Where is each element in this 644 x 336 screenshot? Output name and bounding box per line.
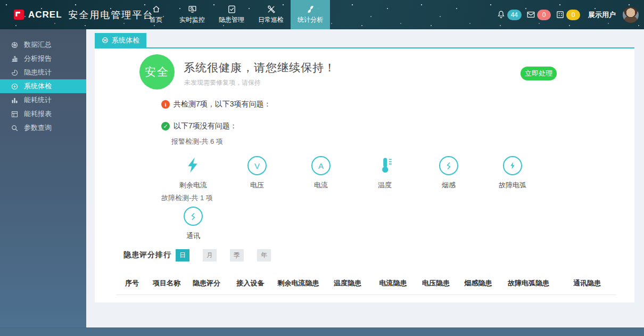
acrel-logo-icon — [14, 10, 24, 20]
sidebar-item-data-summary[interactable]: 数据汇总 — [0, 38, 86, 52]
fault-items-grid: 通讯 — [161, 207, 225, 241]
circle-v-icon: V — [247, 156, 267, 175]
report-table-icon — [11, 110, 19, 118]
checkup-item-temperature: 温度 — [353, 156, 417, 190]
alarm-bell-stat[interactable]: 44 — [497, 10, 522, 20]
main-content: 系统体检 安全 系统很健康，请您继续保持！ 未发现需要修复项，请保持 立即处理 … — [86, 29, 644, 327]
column-header: 剩余电流隐患 — [273, 278, 324, 288]
sidebar-item-label: 分析报告 — [24, 54, 52, 63]
checkup-item-label: 剩余电流 — [179, 181, 207, 190]
tab-label: 系统体检 — [112, 36, 139, 45]
sidebar-item-label: 参数查询 — [24, 123, 52, 133]
checkup-item-label: 温度 — [378, 181, 392, 190]
mail-icon — [526, 10, 535, 19]
ranking-table-header: 序号 项目名称 隐患评分 接入设备 剩余电流隐患 温度隐患 电流隐患 电压隐患 … — [116, 278, 616, 295]
comm-zigzag-icon — [184, 207, 203, 226]
bell-icon — [497, 10, 506, 19]
column-header: 电流隐患 — [371, 278, 415, 288]
problem-summary-row: i 共检测7项，以下3项有问题： — [161, 100, 271, 109]
checkup-card: 安全 系统很健康，请您继续保持！ 未发现需要修复项，请保持 立即处理 i 共检测… — [95, 48, 634, 302]
health-status-badge: 安全 — [139, 54, 175, 89]
period-quarter-button[interactable]: 季 — [230, 249, 244, 261]
ranking-title: 隐患评分排行 — [123, 250, 171, 260]
sidebar-item-label: 能耗报表 — [24, 109, 52, 119]
sidebar-item-hazard-statistics[interactable]: 隐患统计 — [0, 65, 86, 79]
user-avatar[interactable] — [623, 7, 639, 23]
sidebar-item-label: 数据汇总 — [24, 40, 52, 50]
checkup-item-label: 通讯 — [186, 231, 200, 241]
main-nav: 首页 实时监控 隐患管理 日常巡检 — [139, 0, 330, 29]
health-subtitle: 未发现需要修复项，请保持 — [184, 78, 261, 87]
arc-bolt-icon — [503, 156, 522, 175]
health-title: 系统很健康，请您继续保持！ — [184, 60, 336, 75]
top-navbar: ACREL 安全用电管理平台 首页 实时监控 隐患管理 — [0, 0, 644, 29]
ok-summary-text: 以下7项没有问题： — [174, 121, 237, 131]
period-month-button[interactable]: 月 — [203, 249, 217, 261]
message-count-badge[interactable]: 0 — [537, 10, 551, 20]
checkup-item-fault-arc: 故障电弧 — [481, 156, 544, 190]
smoke-zigzag-icon — [439, 156, 458, 175]
fault-group-label: 故障检测-共 1 项 — [161, 193, 213, 203]
nav-item-daily-inspection[interactable]: 日常巡检 — [251, 0, 291, 29]
nav-item-label: 首页 — [150, 15, 162, 24]
column-header: 温度隐患 — [324, 278, 371, 288]
period-selector: 日 月 季 年 — [176, 249, 271, 261]
checkup-item-label: 烟感 — [442, 181, 456, 190]
sidebar-item-label: 系统体检 — [24, 81, 52, 91]
tab-strip: 系统体检 — [95, 33, 634, 48]
checkup-icon — [102, 37, 109, 44]
todo-count-badge[interactable]: 0 — [566, 10, 580, 20]
nav-item-label: 日常巡检 — [258, 15, 284, 24]
message-stat[interactable]: 0 — [526, 10, 551, 20]
sidebar-item-label: 隐患统计 — [24, 68, 52, 77]
pinwheel-icon — [306, 5, 315, 14]
sidebar-item-parameter-query[interactable]: 参数查询 — [0, 121, 86, 135]
sidebar-item-system-checkup[interactable]: 系统体检 — [0, 79, 86, 93]
clipboard-check-icon — [227, 5, 236, 14]
globe-icon — [11, 41, 19, 49]
checkup-item-label: 电流 — [314, 181, 328, 190]
sidebar-item-energy-report[interactable]: 能耗报表 — [0, 107, 86, 121]
pie-chart-icon — [11, 69, 19, 77]
column-header: 序号 — [116, 278, 148, 288]
nav-item-label: 统计分析 — [298, 15, 323, 24]
bar-chart-solid-icon — [11, 96, 19, 104]
nav-item-realtime-monitor[interactable]: 实时监控 — [172, 0, 212, 29]
page-footer — [0, 327, 644, 336]
monitor-icon — [188, 5, 197, 14]
checkup-item-current: A 电流 — [289, 156, 353, 190]
nav-item-statistics-analysis[interactable]: 统计分析 — [291, 0, 330, 29]
bell-count-badge[interactable]: 44 — [507, 10, 522, 20]
sidebar-item-analysis-report[interactable]: 分析报告 — [0, 52, 86, 65]
todo-stat[interactable]: 0 — [556, 10, 580, 20]
nav-item-home[interactable]: 首页 — [139, 0, 172, 29]
handle-now-button[interactable]: 立即处理 — [521, 67, 557, 80]
checkup-item-smoke: 烟感 — [417, 156, 481, 190]
column-header: 接入设备 — [228, 278, 273, 288]
column-header: 项目名称 — [148, 278, 185, 288]
search-icon — [11, 124, 19, 132]
column-header: 电压隐患 — [415, 278, 457, 288]
nav-item-hazard-management[interactable]: 隐患管理 — [212, 0, 251, 29]
sidebar-item-energy-statistics[interactable]: 能耗统计 — [0, 93, 86, 107]
tab-system-checkup[interactable]: 系统体检 — [95, 33, 146, 47]
navbar-status-area: 44 0 0 展示用户 — [497, 0, 639, 29]
period-year-button[interactable]: 年 — [257, 249, 271, 261]
left-sidebar: 数据汇总 分析报告 隐患统计 系统体检 能耗统计 — [0, 29, 86, 327]
current-user-name[interactable]: 展示用户 — [588, 10, 616, 20]
todo-list-icon — [556, 10, 565, 19]
column-header: 烟感隐患 — [457, 278, 499, 288]
app-root: ACREL 安全用电管理平台 首页 实时监控 隐患管理 — [0, 0, 644, 336]
circle-a-icon: A — [311, 156, 331, 175]
bar-chart-outline-icon — [11, 55, 19, 63]
column-header: 通讯隐患 — [558, 278, 616, 288]
check-circle-icon: ✓ — [161, 122, 170, 130]
ok-summary-row: ✓ 以下7项没有问题： — [161, 121, 237, 131]
brand[interactable]: ACREL 安全用电管理平台 — [14, 0, 154, 29]
tools-icon — [267, 5, 276, 14]
column-header: 隐患评分 — [185, 278, 228, 288]
thermometer-icon — [376, 156, 394, 177]
period-day-button[interactable]: 日 — [176, 249, 189, 261]
brand-logo-text: ACREL — [28, 10, 62, 20]
problem-summary-text: 共检测7项，以下3项有问题： — [174, 100, 271, 109]
